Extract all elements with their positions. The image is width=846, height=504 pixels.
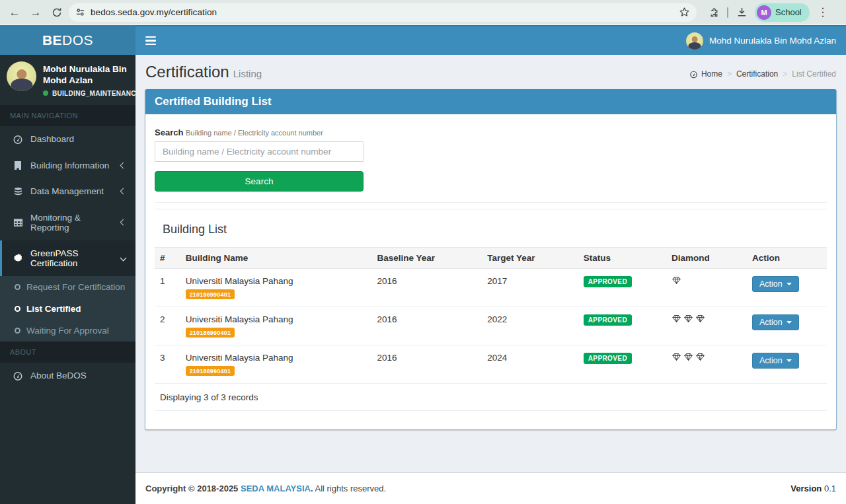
chevron-down-icon [120, 255, 127, 262]
profile-name: School [775, 7, 802, 17]
breadcrumb-current: List Certified [792, 69, 836, 79]
target-year: 2017 [482, 269, 578, 307]
account-number-badge: 210186990401 [186, 366, 235, 376]
downloads-button[interactable] [732, 3, 751, 22]
browser-reload-button[interactable] [48, 3, 66, 22]
search-button[interactable]: Search [155, 171, 364, 192]
table-header-row: #Building NameBaseline YearTarget YearSt… [155, 248, 827, 269]
diamond-rating [672, 353, 742, 361]
account-number-badge: 210186990401 [186, 328, 235, 338]
status-badge: APPROVED [584, 276, 632, 287]
online-status-icon [43, 90, 48, 96]
browser-back-button[interactable]: ← [5, 3, 24, 22]
action-button[interactable]: Action [752, 353, 799, 369]
bookmark-star-icon[interactable] [679, 7, 690, 18]
submenu-item-waiting-for-approval[interactable]: Waiting For Approval [0, 320, 135, 342]
baseline-year: 2016 [371, 307, 482, 345]
breadcrumb-home[interactable]: Home [689, 69, 722, 79]
sidebar-item-dashboard[interactable]: Dashboard [0, 126, 135, 153]
sidebar-item-label: Dashboard [30, 134, 126, 144]
page-subtitle: Listing [233, 68, 262, 79]
copyright-text: Copyright © 2018-2025 SEDA MALAYSIA. All… [145, 484, 386, 493]
column-header: Diamond [666, 248, 747, 269]
page-title: CertificationListing [145, 63, 262, 81]
download-icon [736, 7, 748, 18]
sidebar-item-data-management[interactable]: Data Management [0, 178, 135, 205]
baseline-year: 2016 [371, 269, 482, 307]
diamond-icon [672, 353, 681, 361]
sidebar-user-panel: Mohd Nurulakla Bin Mohd Azlan BUILDING_M… [0, 55, 135, 105]
submenu-item-list-certified[interactable]: List Certified [0, 298, 135, 320]
search-input[interactable] [155, 141, 364, 162]
greenpass-submenu: Request For Certification List Certified… [0, 276, 135, 342]
account-number-badge: 210186990401 [186, 289, 235, 299]
table-row: 1Universiti Malaysia Pahang2101869904012… [155, 269, 827, 307]
sidebar-item-about-bedos[interactable]: About BeDOS [0, 363, 135, 389]
column-header: Baseline Year [371, 248, 482, 269]
status-badge: APPROVED [584, 353, 632, 364]
building-name: Universiti Malaysia Pahang [186, 353, 367, 363]
browser-toolbar: ← → bedos.seda.gov.my/certification M Sc… [0, 0, 846, 25]
breadcrumb: Home > Certification > List Certified [689, 69, 836, 81]
action-button[interactable]: Action [752, 276, 799, 292]
address-bar[interactable]: bedos.seda.gov.my/certification [69, 3, 697, 22]
seda-malaysia-link[interactable]: SEDA MALAYSIA [241, 484, 311, 493]
submenu-item-label: Request For Certification [26, 282, 125, 292]
certificate-icon [12, 253, 24, 263]
browser-actions: M School ⋮ [705, 3, 832, 22]
user-name: Mohd Nurulakla Bin Mohd Azlan [43, 64, 141, 87]
action-button[interactable]: Action [752, 314, 799, 330]
column-header: Target Year [482, 248, 578, 269]
column-header: # [155, 248, 180, 269]
gauge-icon [12, 371, 24, 381]
chevron-left-icon [120, 188, 127, 195]
home-icon [689, 70, 698, 79]
caret-down-icon [787, 283, 792, 285]
circle-icon [15, 284, 20, 290]
diamond-icon [695, 314, 705, 323]
gauge-icon [12, 134, 24, 145]
building-list-section: Building List #Building NameBaseline Yea… [155, 209, 827, 425]
sidebar-item-label: GreenPASS Certification [30, 248, 114, 268]
table-row: 3Universiti Malaysia Pahang2101869904012… [155, 345, 827, 384]
building-table-body: 1Universiti Malaysia Pahang2101869904012… [155, 269, 827, 384]
search-label: Search Building name / Electricity accou… [155, 127, 827, 137]
sidebar-toggle-button[interactable] [145, 31, 165, 51]
toolbar-divider [727, 7, 728, 18]
panel-title: Certified Building List [145, 89, 836, 114]
browser-menu-button[interactable]: ⋮ [814, 3, 832, 22]
browser-forward-button[interactable]: → [26, 3, 45, 22]
breadcrumb-certification[interactable]: Certification [736, 69, 778, 79]
submenu-item-label: List Certified [26, 304, 81, 314]
table-row: 2Universiti Malaysia Pahang2101869904012… [155, 307, 827, 345]
user-avatar [7, 61, 36, 91]
submenu-item-request-for-certification[interactable]: Request For Certification [0, 276, 135, 298]
diamond-icon [672, 276, 681, 285]
site-settings-icon[interactable] [75, 7, 85, 17]
url-text[interactable]: bedos.seda.gov.my/certification [91, 7, 673, 17]
sidebar-item-label: Data Management [30, 186, 114, 196]
caret-down-icon [787, 321, 792, 324]
navbar-avatar [686, 32, 703, 50]
sidebar-item-label: About BeDOS [30, 371, 126, 380]
sidebar-item-building-information[interactable]: Building Information [0, 153, 135, 178]
building-table: #Building NameBaseline YearTarget YearSt… [155, 247, 827, 384]
browser-profile-chip[interactable]: M School [755, 3, 810, 22]
app-logo[interactable]: BEDOS [0, 25, 135, 55]
sidebar: BEDOS Mohd Nurulakla Bin Mohd Azlan BUIL… [0, 25, 135, 504]
column-header: Action [747, 248, 827, 269]
diamond-icon [672, 314, 681, 323]
sidebar-item-monitoring-reporting[interactable]: Monitoring & Reporting [0, 205, 135, 240]
navbar-user-name: Mohd Nurulakla Bin Mohd Azlan [709, 36, 836, 46]
extensions-button[interactable] [705, 3, 723, 22]
sidebar-item-label: Monitoring & Reporting [30, 213, 114, 233]
building-icon [12, 161, 24, 170]
user-role: BUILDING_MAINTENANCE [52, 90, 141, 97]
nav-section-header: ABOUT [0, 342, 135, 363]
table-icon [12, 218, 24, 227]
sidebar-item-greenpass-certification[interactable]: GreenPASS Certification [0, 240, 135, 276]
certified-building-panel: Certified Building List Search Building … [145, 89, 837, 430]
chevron-left-icon [120, 162, 127, 168]
column-header: Status [578, 248, 666, 269]
navbar-user-menu[interactable]: Mohd Nurulakla Bin Mohd Azlan [686, 32, 836, 50]
